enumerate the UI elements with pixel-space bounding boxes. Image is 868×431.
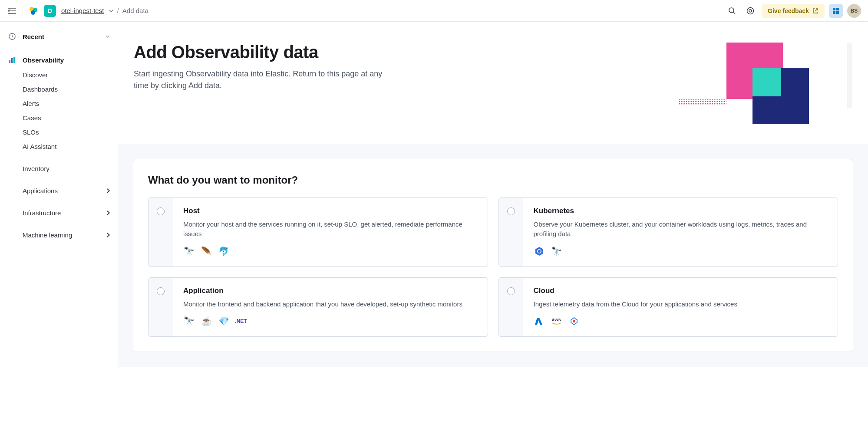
monitor-heading: What do you want to monitor? bbox=[148, 174, 838, 186]
monitor-options-grid: Host Monitor your host and the services … bbox=[148, 197, 838, 337]
page-header: Add Observability data Start ingesting O… bbox=[118, 22, 868, 144]
radio-cloud[interactable] bbox=[507, 287, 515, 295]
svg-rect-12 bbox=[11, 58, 13, 63]
option-kubernetes-desc: Observe your Kubernetes cluster, and you… bbox=[534, 220, 828, 239]
option-host-desc: Monitor your host and the services runni… bbox=[183, 220, 478, 239]
layout: Recent Observability Discover Dashboards… bbox=[0, 22, 868, 431]
chevron-down-icon[interactable] bbox=[109, 10, 113, 12]
svg-rect-11 bbox=[9, 60, 10, 63]
svg-rect-8 bbox=[833, 11, 835, 14]
collapse-nav-button[interactable] bbox=[7, 6, 17, 16]
option-cloud-icons: aws bbox=[534, 316, 828, 327]
telescope-icon: 🔭 bbox=[551, 246, 562, 257]
sidebar-item-inventory[interactable]: Inventory bbox=[3, 161, 114, 176]
azure-icon bbox=[534, 316, 545, 327]
applications-label: Applications bbox=[23, 187, 58, 194]
option-application-icons: 🔭 ☕ 💎 .NET bbox=[183, 316, 478, 327]
option-cloud-title: Cloud bbox=[534, 286, 828, 295]
feedback-label: Give feedback bbox=[768, 7, 809, 14]
apps-grid-icon bbox=[832, 7, 839, 14]
sidebar-observability[interactable]: Observability bbox=[3, 52, 114, 68]
sidebar-observability-label: Observability bbox=[23, 56, 64, 64]
option-kubernetes-title: Kubernetes bbox=[534, 207, 828, 215]
svg-rect-9 bbox=[836, 11, 839, 14]
machine-learning-label: Machine learning bbox=[23, 231, 72, 239]
option-host-icons: 🔭 🪶 🐬 bbox=[183, 246, 478, 257]
java-icon: ☕ bbox=[201, 316, 212, 327]
svg-point-18 bbox=[573, 320, 575, 322]
sidebar-recent[interactable]: Recent bbox=[3, 29, 114, 44]
app-header: D otel-ingest-test / Add data Give feedb… bbox=[0, 0, 868, 22]
option-application-title: Application bbox=[183, 286, 478, 295]
sidebar-item-discover[interactable]: Discover bbox=[3, 68, 114, 82]
sidebar-item-machine-learning[interactable]: Machine learning bbox=[3, 228, 114, 242]
search-button[interactable] bbox=[725, 4, 739, 18]
telescope-icon: 🔭 bbox=[183, 316, 195, 327]
option-host-title: Host bbox=[183, 207, 478, 215]
page-title: Add Observability data bbox=[134, 43, 386, 62]
elastic-logo-icon[interactable] bbox=[28, 6, 39, 16]
aws-icon: aws bbox=[551, 316, 562, 327]
page-header-text: Add Observability data Start ingesting O… bbox=[134, 43, 386, 125]
radio-application[interactable] bbox=[157, 287, 165, 295]
feather-icon: 🪶 bbox=[201, 246, 212, 257]
lifebuoy-icon bbox=[746, 7, 754, 15]
svg-rect-7 bbox=[836, 8, 839, 10]
sidebar-item-cases[interactable]: Cases bbox=[3, 111, 114, 125]
header-divider bbox=[23, 5, 23, 16]
svg-point-5 bbox=[749, 10, 752, 12]
sidebar-item-slos[interactable]: SLOs bbox=[3, 125, 114, 139]
svg-point-3 bbox=[729, 8, 734, 13]
give-feedback-button[interactable]: Give feedback bbox=[762, 4, 825, 18]
sidebar-item-ai-assistant[interactable]: AI Assistant bbox=[3, 139, 114, 154]
help-button[interactable] bbox=[743, 4, 757, 18]
content-area: What do you want to monitor? Host Monito… bbox=[118, 144, 868, 367]
svg-rect-13 bbox=[13, 57, 15, 63]
monitor-card: What do you want to monitor? Host Monito… bbox=[133, 159, 853, 352]
dotnet-icon: .NET bbox=[235, 316, 247, 327]
option-cloud-desc: Ingest telemetry data from the Cloud for… bbox=[534, 299, 828, 309]
kubernetes-icon bbox=[534, 246, 545, 257]
infrastructure-label: Infrastructure bbox=[23, 209, 61, 217]
chevron-right-icon bbox=[107, 233, 110, 237]
sidebar-item-infrastructure[interactable]: Infrastructure bbox=[3, 206, 114, 220]
chevron-right-icon bbox=[107, 188, 110, 193]
sidebar-recent-label: Recent bbox=[23, 33, 44, 40]
mysql-icon: 🐬 bbox=[218, 246, 229, 257]
external-link-icon bbox=[812, 8, 818, 14]
radio-host[interactable] bbox=[157, 207, 165, 215]
breadcrumb-current: Add data bbox=[122, 7, 149, 14]
breadcrumb-project-link[interactable]: otel-ingest-test bbox=[61, 7, 104, 14]
sidebar-item-applications[interactable]: Applications bbox=[3, 184, 114, 198]
main-content: Add Observability data Start ingesting O… bbox=[118, 22, 868, 431]
hero-illustration bbox=[679, 43, 852, 125]
page-subtitle: Start ingesting Observability data into … bbox=[134, 68, 386, 92]
collapse-icon bbox=[8, 8, 16, 14]
breadcrumb-separator: / bbox=[117, 7, 119, 15]
search-icon bbox=[728, 7, 736, 15]
option-kubernetes-icons: 🔭 bbox=[534, 246, 828, 257]
option-application[interactable]: Application Monitor the frontend and bac… bbox=[148, 277, 488, 337]
header-right: Give feedback BS bbox=[725, 4, 861, 18]
gcp-icon bbox=[568, 316, 580, 327]
user-avatar[interactable]: BS bbox=[847, 4, 861, 18]
sidebar-item-alerts[interactable]: Alerts bbox=[3, 96, 114, 111]
radio-kubernetes[interactable] bbox=[507, 207, 515, 215]
header-left: D otel-ingest-test / Add data bbox=[7, 5, 720, 17]
breadcrumb: otel-ingest-test / Add data bbox=[61, 7, 149, 15]
space-selector[interactable]: D bbox=[44, 5, 56, 17]
svg-rect-6 bbox=[833, 8, 835, 10]
clock-icon bbox=[8, 32, 17, 41]
apps-button[interactable] bbox=[829, 4, 843, 18]
chevron-down-icon bbox=[106, 35, 110, 38]
option-application-desc: Monitor the frontend and backend applica… bbox=[183, 299, 478, 309]
svg-point-4 bbox=[747, 7, 754, 14]
sidebar-item-dashboards[interactable]: Dashboards bbox=[3, 82, 114, 96]
option-cloud[interactable]: Cloud Ingest telemetry data from the Clo… bbox=[498, 277, 838, 337]
ruby-icon: 💎 bbox=[218, 316, 229, 327]
sidebar: Recent Observability Discover Dashboards… bbox=[0, 22, 118, 431]
option-kubernetes[interactable]: Kubernetes Observe your Kubernetes clust… bbox=[498, 197, 838, 267]
telescope-icon: 🔭 bbox=[183, 246, 195, 257]
observability-icon bbox=[8, 56, 17, 64]
option-host[interactable]: Host Monitor your host and the services … bbox=[148, 197, 488, 267]
